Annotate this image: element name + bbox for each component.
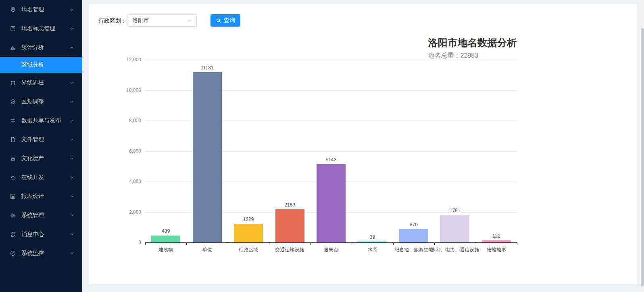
scrollbar-thumb[interactable] xyxy=(641,28,644,286)
sidebar-item[interactable]: 统计分析 xyxy=(0,38,82,57)
x-axis-line xyxy=(145,242,517,243)
chevron-down-icon xyxy=(69,250,75,257)
sidebar-item[interactable]: 界线界桩 xyxy=(0,73,82,92)
region-select[interactable]: 洛阳市 xyxy=(127,14,197,27)
chart-subtitle-label: 地名总量： xyxy=(428,52,461,59)
report-icon xyxy=(10,193,16,200)
signboard-icon xyxy=(10,25,16,32)
boundary-icon xyxy=(10,79,16,86)
chart-header: 洛阳市地名数据分析 地名总量：22983 xyxy=(428,36,517,60)
sidebar-item-label: 报表设计 xyxy=(21,193,69,200)
chevron-up-icon xyxy=(69,44,75,51)
x-axis-category-label: 水利、电力、通信设施 xyxy=(423,246,487,253)
sidebar-subitem[interactable]: 区域分析 xyxy=(0,57,82,73)
chevron-down-icon xyxy=(187,18,192,23)
bar-value-label: 5143 xyxy=(309,157,353,163)
monitor-icon xyxy=(10,250,16,257)
sidebar-item[interactable]: 系统监控 xyxy=(0,244,82,263)
y-axis-tick-label: 6,000 xyxy=(89,148,141,154)
x-axis-tick xyxy=(517,243,517,245)
sidebar: 地名管理地名标志管理统计分析区域分析界线界桩区划调整数据共享与发布文件管理文化遗… xyxy=(0,0,82,292)
y-axis-tick-label: 0 xyxy=(89,240,141,245)
sidebar-item[interactable]: 消息中心 xyxy=(0,225,82,244)
sidebar-item-label: 地名管理 xyxy=(21,6,69,13)
bar-chart-icon xyxy=(10,44,16,51)
x-axis-category-label: 单位 xyxy=(175,246,240,253)
chart-subtitle: 地名总量：22983 xyxy=(428,52,517,60)
chevron-down-icon xyxy=(69,155,75,162)
sidebar-item[interactable]: 文件管理 xyxy=(0,130,82,149)
x-axis-tick xyxy=(311,243,311,245)
sidebar-item-label: 消息中心 xyxy=(21,231,69,238)
chart-title: 洛阳市地名数据分析 xyxy=(428,36,517,49)
content-card: 行政区划： 洛阳市 查询 洛阳市地名数据分析 地名总量：22983 02,000… xyxy=(89,4,637,284)
main-content: 行政区划： 洛阳市 查询 洛阳市地名数据分析 地名总量：22983 02,000… xyxy=(82,0,644,292)
query-button[interactable]: 查询 xyxy=(210,14,240,27)
sidebar-item[interactable]: 区划调整 xyxy=(0,92,82,111)
bar xyxy=(275,209,304,242)
share-icon xyxy=(10,117,16,124)
app-root: 地名管理地名标志管理统计分析区域分析界线界桩区划调整数据共享与发布文件管理文化遗… xyxy=(0,0,644,292)
chevron-down-icon xyxy=(69,98,75,105)
chevron-down-icon xyxy=(69,98,75,105)
heritage-icon xyxy=(10,155,16,162)
bar xyxy=(317,164,346,242)
chevron-down-icon xyxy=(69,250,75,257)
chevron-down-icon xyxy=(69,79,75,86)
boundary-icon xyxy=(10,79,16,86)
file-icon xyxy=(10,136,16,143)
query-button-label: 查询 xyxy=(224,17,235,24)
chevron-down-icon xyxy=(69,212,75,219)
chevron-down-icon xyxy=(69,6,75,13)
x-axis-tick xyxy=(186,243,187,245)
sidebar-item-label: 区划调整 xyxy=(21,98,69,105)
x-axis-tick xyxy=(269,243,269,245)
sidebar-item-label: 统计分析 xyxy=(21,44,69,51)
chevron-down-icon xyxy=(69,231,75,238)
x-axis-category-label: 交通运输设施 xyxy=(258,246,322,253)
sidebar-item[interactable]: 系统管理 xyxy=(0,206,82,225)
x-axis-category-label: 居民点 xyxy=(299,246,363,253)
report-icon xyxy=(10,193,16,200)
chevron-down-icon xyxy=(69,231,75,238)
chevron-down-icon xyxy=(69,117,75,124)
sidebar-item[interactable]: 地名管理 xyxy=(0,0,82,19)
bar-value-label: 1229 xyxy=(226,217,271,222)
sidebar-item[interactable]: 地名标志管理 xyxy=(0,19,82,38)
sidebar-item[interactable]: 报表设计 xyxy=(0,187,82,206)
bar xyxy=(482,240,511,242)
sidebar-item[interactable]: 文化遗产 xyxy=(0,149,82,168)
file-icon xyxy=(10,136,16,143)
bar-value-label: 1791 xyxy=(433,208,477,213)
chevron-down-icon xyxy=(69,193,75,200)
message-icon xyxy=(10,231,16,238)
sidebar-item[interactable]: 数据共享与发布 xyxy=(0,111,82,130)
sidebar-item-label: 系统监控 xyxy=(21,250,69,257)
bar-chart: 02,0004,0006,0008,00010,00012,000439建筑物1… xyxy=(89,4,637,284)
district-icon xyxy=(10,98,16,105)
sidebar-item[interactable]: 在线开发 xyxy=(0,168,82,187)
chevron-down-icon xyxy=(69,25,75,32)
bar-value-label: 122 xyxy=(474,233,519,239)
chevron-down-icon xyxy=(69,136,75,143)
region-label: 行政区划： xyxy=(98,15,127,27)
bar xyxy=(193,72,222,242)
x-axis-tick xyxy=(393,243,394,245)
chevron-down-icon xyxy=(69,174,75,181)
gear-icon xyxy=(10,212,16,219)
bar xyxy=(399,229,428,242)
bar-value-label: 870 xyxy=(392,222,436,227)
chevron-down-icon xyxy=(69,117,75,124)
chevron-down-icon xyxy=(69,212,75,219)
cloud-icon xyxy=(10,174,16,181)
share-icon xyxy=(10,117,16,124)
page-scrollbar[interactable] xyxy=(640,0,644,292)
y-axis-tick-label: 8,000 xyxy=(89,118,141,123)
map-pin-icon xyxy=(10,6,16,13)
message-icon xyxy=(10,231,16,238)
district-icon xyxy=(10,98,16,105)
sidebar-item-label: 文件管理 xyxy=(21,136,69,143)
x-axis-category-label: 纪念地、旅游胜地 xyxy=(381,246,446,253)
chevron-down-icon xyxy=(69,193,75,200)
gear-icon xyxy=(10,212,16,219)
